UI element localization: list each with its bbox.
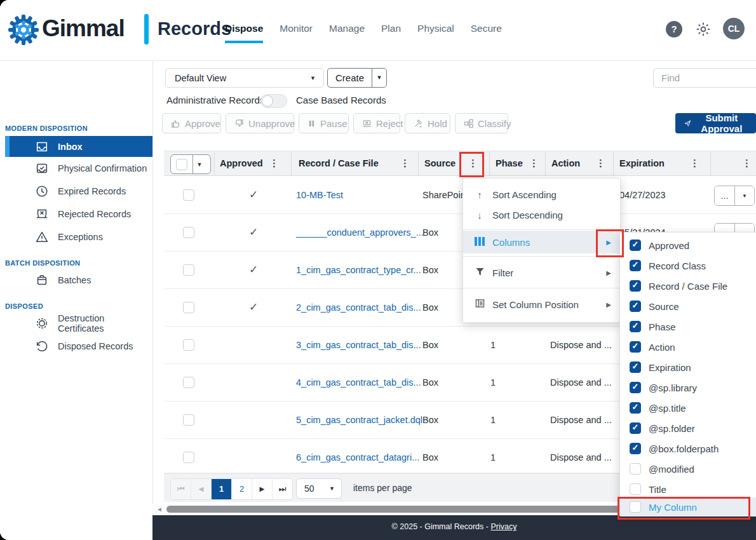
create-split-button[interactable]: Create ▼	[327, 68, 387, 88]
create-button[interactable]: Create	[328, 69, 372, 87]
prev-page-button[interactable]: ◄	[191, 479, 211, 499]
menu-item-columns[interactable]: Columns ▶	[463, 231, 620, 253]
checkbox[interactable]	[630, 443, 641, 454]
classify-button[interactable]: Classify	[455, 113, 508, 133]
table-row[interactable]: 10-MB-Test SharePoint 04/27/2023 …▼	[164, 177, 756, 214]
sidebar-item-physical-confirmation[interactable]: Physical Confirmation	[5, 159, 152, 178]
row-checkbox[interactable]	[183, 414, 194, 426]
submenu-item-phase[interactable]: Phase	[620, 317, 756, 336]
submenu-item-sp-library[interactable]: @sp.library	[620, 378, 756, 397]
reject-button[interactable]: Reject	[353, 113, 400, 133]
submenu-item-sp-folder[interactable]: @sp.folder	[620, 419, 756, 438]
record-link[interactable]: 10-MB-Test	[296, 177, 343, 213]
submenu-item-source[interactable]: Source	[620, 297, 756, 316]
col-menu-source-icon[interactable]: ⋮	[468, 151, 478, 175]
submenu-item-record-case-file[interactable]: Record / Case File	[620, 276, 756, 295]
col-menu-expiration-icon[interactable]: ⋮	[690, 151, 699, 175]
submenu-item-title[interactable]: Title	[620, 480, 756, 499]
approve-button[interactable]: Approve	[162, 113, 221, 133]
checkbox[interactable]	[630, 382, 641, 393]
settings-gear-icon[interactable]	[695, 21, 712, 37]
nav-tab-dispose[interactable]: Dispose	[225, 23, 263, 43]
col-header-phase[interactable]: Phase	[496, 151, 523, 175]
col-menu-phase-icon[interactable]: ⋮	[529, 151, 539, 175]
user-avatar[interactable]: CL	[723, 18, 745, 39]
nav-tab-monitor[interactable]: Monitor	[280, 23, 313, 43]
checkbox[interactable]	[630, 300, 641, 312]
last-page-button[interactable]: ⏭︎	[272, 479, 292, 499]
unapprove-button[interactable]: Unapprove	[226, 113, 294, 133]
menu-item-sort-ascending[interactable]: ↑ Sort Ascending	[463, 184, 620, 205]
row-checkbox[interactable]	[183, 377, 194, 388]
checkbox[interactable]	[630, 260, 641, 271]
checkbox[interactable]	[630, 463, 641, 475]
col-menu-approved-icon[interactable]: ⋮	[269, 151, 279, 175]
page-size-select[interactable]: 50 ▼	[296, 478, 342, 499]
select-all-group[interactable]: ▼	[170, 154, 211, 174]
col-menu-record-icon[interactable]: ⋮	[400, 151, 410, 175]
record-link[interactable]: 3_cim_gas_contract_tab_dis...	[296, 327, 421, 363]
next-page-button[interactable]: ►	[252, 479, 272, 499]
record-link[interactable]: 6_cim_gas_contract_datagri...	[296, 439, 419, 476]
sidebar-item-inbox[interactable]: Inbox	[5, 136, 152, 157]
find-input[interactable]	[653, 68, 756, 88]
submenu-item-record-class[interactable]: Record Class	[620, 256, 756, 275]
submenu-item-approved[interactable]: Approved	[620, 236, 756, 255]
submenu-item-modified[interactable]: @modified	[620, 459, 756, 478]
menu-item-sort-descending[interactable]: ↓ Sort Descending	[463, 204, 620, 226]
select-all-caret-icon[interactable]: ▼	[193, 161, 206, 168]
checkbox[interactable]	[630, 321, 641, 332]
menu-item-set-column-position[interactable]: Set Column Position ▶	[463, 293, 620, 316]
checkbox[interactable]	[630, 402, 641, 414]
create-caret-icon[interactable]: ▼	[372, 69, 386, 87]
row-caret-button[interactable]: ▼	[734, 186, 754, 205]
sidebar-item-expired-records[interactable]: Expired Records	[5, 182, 152, 201]
record-link[interactable]: 2_cim_gas_contract_tab_dis...	[296, 289, 421, 326]
submenu-item-box-folderpath[interactable]: @box.folderpath	[620, 439, 756, 458]
checkbox[interactable]	[630, 422, 641, 434]
row-checkbox[interactable]	[183, 452, 194, 463]
nav-tab-manage[interactable]: Manage	[329, 23, 365, 43]
row-checkbox[interactable]	[183, 189, 194, 201]
first-page-button[interactable]: ⏮︎	[171, 479, 191, 499]
sidebar-item-batches[interactable]: Batches	[5, 271, 152, 290]
help-icon[interactable]: ?	[666, 21, 682, 37]
scroll-left-icon[interactable]: ◄	[156, 506, 163, 513]
submenu-item-expiration[interactable]: Expiration	[620, 358, 756, 377]
checkbox[interactable]	[630, 483, 641, 495]
col-header-source[interactable]: Source	[424, 151, 456, 175]
sidebar-item-rejected-records[interactable]: Rejected Records	[5, 205, 152, 224]
nav-tab-secure[interactable]: Secure	[471, 23, 502, 43]
row-checkbox[interactable]	[183, 264, 194, 276]
page-button-2[interactable]: 2	[231, 479, 252, 499]
select-all-checkbox[interactable]	[176, 159, 187, 170]
col-header-approved[interactable]: Approved	[220, 151, 263, 175]
privacy-link[interactable]: Privacy	[490, 522, 516, 531]
record-link[interactable]: 4_cim_gas_contract_tab_dis...	[296, 364, 421, 401]
row-checkbox[interactable]	[183, 339, 194, 351]
col-menu-action-icon[interactable]: ⋮	[596, 151, 605, 175]
checkbox[interactable]	[630, 240, 641, 251]
checkbox[interactable]	[630, 280, 641, 292]
submenu-item-action[interactable]: Action	[620, 337, 756, 356]
nav-tab-physical[interactable]: Physical	[417, 23, 454, 43]
col-header-record-case-file[interactable]: Record / Case File	[299, 151, 379, 175]
row-checkbox[interactable]	[183, 227, 194, 238]
submenu-item-my-column[interactable]: My Column	[620, 497, 756, 516]
record-link[interactable]: 5_cim_gas_contract_jacket.dql	[296, 402, 422, 438]
record-link[interactable]: ______conduent_approvers_...	[296, 214, 424, 251]
nav-tab-plan[interactable]: Plan	[381, 23, 401, 43]
row-more-button[interactable]: …	[715, 186, 734, 205]
checkbox[interactable]	[630, 361, 641, 373]
pause-button[interactable]: Pause	[299, 113, 349, 133]
col-menu-actions-icon[interactable]: ⋮	[742, 151, 752, 175]
sidebar-item-disposed-records[interactable]: Disposed Records	[5, 337, 152, 356]
records-mode-toggle[interactable]	[260, 94, 287, 108]
sidebar-item-exceptions[interactable]: Exceptions	[5, 227, 152, 246]
sidebar-item-destruction-certificates[interactable]: Destruction Certificates	[5, 314, 152, 333]
row-checkbox[interactable]	[183, 302, 194, 313]
col-header-action[interactable]: Action	[551, 151, 580, 175]
hold-button[interactable]: Hold	[405, 113, 450, 133]
page-button-1[interactable]: 1	[211, 479, 231, 499]
record-link[interactable]: 1_cim_gas_contract_type_cr...	[296, 252, 421, 288]
